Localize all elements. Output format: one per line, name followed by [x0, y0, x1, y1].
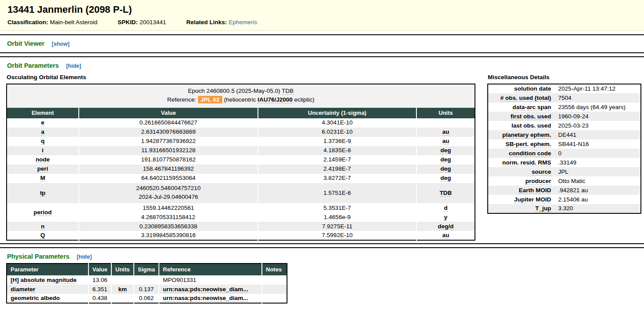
- frame-tooltip-term: IAU76/J2000: [258, 96, 293, 103]
- element-label-cell: period: [7, 203, 79, 222]
- misc-row: last obs. used2025-03-23: [488, 121, 641, 130]
- misc-row: planetary ephem.DE441: [488, 130, 641, 139]
- misc-label-cell: first obs. used: [488, 112, 555, 121]
- misc-row: sourceJPL: [488, 167, 641, 176]
- epoch-line: Epoch 2460800.5 (2025-May-05.0) TDB: [7, 87, 475, 95]
- table-row: diameter6.351km0.137urn:nasa:pds:neowise…: [7, 285, 287, 294]
- misc-row: solution date2025-Apr-11 13:47:12: [488, 84, 641, 93]
- misc-label-cell: T_jup: [488, 204, 555, 213]
- sigma-cell: [134, 275, 159, 285]
- physical-column-header-row: ParameterValueUnitsSigmaReferenceNotes: [7, 263, 287, 275]
- misc-value-cell: .942821 au: [555, 186, 641, 195]
- value-cell: 191.8107750878162: [79, 155, 258, 165]
- uncertainty-cell: 4.1835E-8: [258, 146, 416, 155]
- misc-row: first obs. used1960-09-24: [488, 112, 641, 121]
- classification-value: Main-belt Asteroid: [50, 19, 97, 26]
- uncertainty-cell: 7.9275E-11: [258, 222, 416, 231]
- parameter-label-cell: geometric albedo: [7, 294, 88, 303]
- units-cell: d: [416, 203, 475, 212]
- uncertainty-cell: 2.4198E-7: [258, 165, 416, 174]
- element-label-cell: q: [7, 137, 79, 146]
- uncertainty-cell: 2.1459E-7: [258, 155, 416, 165]
- units-cell: deg: [416, 174, 475, 183]
- reference-cell: MPO901331: [159, 275, 262, 285]
- table-row: tp2460520.5460047572102024-Jul-29.046004…: [7, 183, 475, 204]
- element-label-cell: n: [7, 222, 79, 231]
- column-header: Sigma: [134, 263, 159, 275]
- units-cell: [111, 275, 134, 285]
- misc-value-cell: JPL: [555, 167, 641, 176]
- sigma-cell: 0.062: [134, 294, 159, 303]
- element-label-cell: tp: [7, 183, 79, 204]
- value-cell: 64.64021159553064: [79, 174, 258, 183]
- units-cell: [416, 118, 475, 128]
- physical-parameters-toggle[interactable]: [hide]: [77, 254, 92, 260]
- ephemeris-link[interactable]: Ephemeris: [228, 19, 257, 26]
- epoch-header: Epoch 2460800.5 (2025-May-05.0) TDB Refe…: [7, 84, 475, 108]
- table-row: i11.931665019321284.1835E-8deg: [7, 146, 475, 155]
- element-label-cell: peri: [7, 165, 79, 174]
- table-row: geometric albedo0.4380.062urn:nasa:pds:n…: [7, 294, 287, 303]
- units-cell: km: [111, 285, 134, 294]
- misc-row: producerOtto Matic: [488, 176, 641, 186]
- classification-label: Classification:: [7, 19, 48, 26]
- misc-value-cell: Otto Matic: [555, 176, 641, 186]
- misc-label-cell: SB-pert. ephem.: [488, 139, 555, 149]
- misc-row: Jupiter MOID2.15406 au: [488, 195, 641, 204]
- misc-label-cell: data-arc span: [488, 102, 555, 112]
- reference-cell: urn:nasa:pds:neowise_diam...: [159, 294, 262, 303]
- osculating-elements-caption: Osculating Orbital Elements: [7, 74, 475, 80]
- jpl-solution-badge: JPL 62: [198, 96, 222, 103]
- value-cell: 158.467841196392: [79, 165, 258, 174]
- value-cell: 11.93166501932128: [79, 146, 258, 155]
- uncertainty-cell: 1.4656e-9: [258, 212, 416, 222]
- reference-line: Reference: JPL 62 (heliocentric IAU76/J2…: [7, 95, 475, 104]
- misc-value-cell: 1960-09-24: [555, 112, 641, 121]
- physical-parameters-title: Physical Parameters: [7, 253, 70, 260]
- table-row: M64.640211595530643.8272E-7deg: [7, 174, 475, 183]
- element-label-cell: a: [7, 128, 79, 137]
- value-cell: 2460520.5460047572102024-Jul-29.04600476: [79, 183, 258, 204]
- uncertainty-cell: 6.0231E-10: [258, 128, 416, 137]
- units-cell: y: [416, 212, 475, 222]
- misc-value-cell: .33149: [555, 158, 641, 167]
- notes-cell: [262, 285, 287, 294]
- spkid-value: 20013441: [140, 19, 166, 26]
- table-row: e0.26166508444766274.3041E-10: [7, 118, 475, 128]
- units-cell: TDB: [416, 183, 475, 204]
- orbit-viewer-toggle[interactable]: [show]: [52, 41, 70, 47]
- element-label-cell: e: [7, 118, 79, 128]
- misc-label-cell: condition code: [488, 149, 555, 158]
- value-cell: 1.942877367936922: [79, 137, 258, 146]
- column-header: Notes: [262, 263, 287, 275]
- misc-label-cell: source: [488, 167, 555, 176]
- misc-label-cell: planetary ephem.: [488, 130, 555, 139]
- misc-label-cell: # obs. used (total): [488, 93, 555, 102]
- table-row: node191.81077508781622.1459E-7deg: [7, 155, 475, 165]
- misc-row: norm. resid. RMS.33149: [488, 158, 641, 167]
- column-header: Units: [111, 263, 134, 275]
- misc-row: # obs. used (total)7504: [488, 93, 641, 102]
- value-cell: 1559.14462220561: [79, 203, 258, 212]
- table-row: peri158.4678411963922.4198E-7deg: [7, 165, 475, 174]
- sigma-cell: 0.137: [134, 285, 159, 294]
- misc-row: Earth MOID.942821 au: [488, 186, 641, 195]
- table-row: a2.6314309766638696.0231E-10au: [7, 128, 475, 137]
- parameter-label-cell: diameter: [7, 285, 88, 294]
- tdb-tooltip-term: TDB: [282, 88, 294, 95]
- page-title: 13441 Janmerlin (2098 P-L): [7, 4, 637, 15]
- uncertainty-cell: 5.3531E-7: [258, 203, 416, 212]
- page-header: 13441 Janmerlin (2098 P-L) Classificatio…: [0, 0, 644, 31]
- element-label-cell: i: [7, 146, 79, 155]
- uncertainty-cell: 1.3736E-9: [258, 137, 416, 146]
- misc-value-cell: 0: [555, 149, 641, 158]
- orbit-parameters-toggle[interactable]: [hide]: [66, 63, 81, 69]
- value-cell: 0.2308958353656338: [79, 222, 258, 231]
- column-header: Value: [79, 108, 258, 118]
- misc-value-cell: 2025-03-23: [555, 121, 641, 130]
- column-header: Units: [416, 108, 475, 118]
- column-header: Element: [7, 108, 79, 118]
- misc-value-cell: 7504: [555, 93, 641, 102]
- column-header: Value: [88, 263, 111, 275]
- parameter-label-cell: [H] absolute magnitude: [7, 275, 88, 285]
